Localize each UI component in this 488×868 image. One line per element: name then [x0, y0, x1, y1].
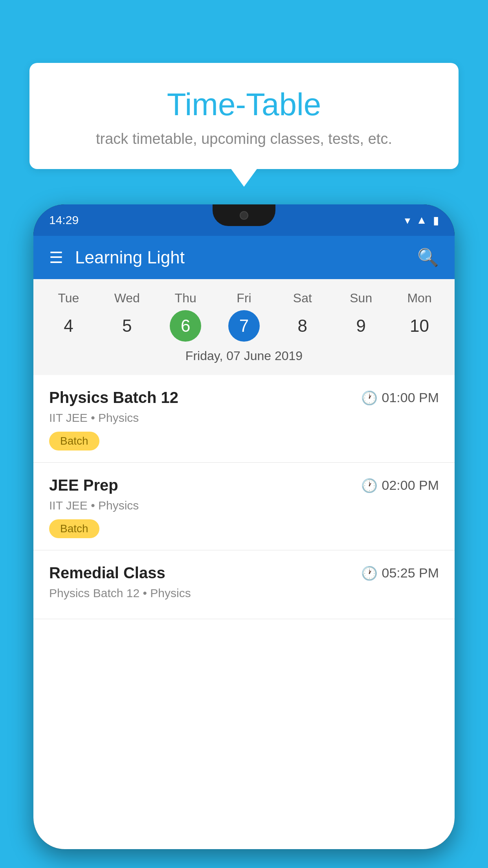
day-label: Sun — [350, 291, 372, 305]
batch-tag: Batch — [49, 519, 99, 538]
battery-icon: ▮ — [433, 214, 439, 227]
day-number[interactable]: 10 — [404, 310, 435, 342]
time-value: 05:25 PM — [382, 565, 439, 581]
schedule-item[interactable]: Physics Batch 12🕐01:00 PMIIT JEE • Physi… — [33, 375, 455, 463]
day-number[interactable]: 5 — [111, 310, 143, 342]
schedule-subtitle: Physics Batch 12 • Physics — [49, 587, 439, 600]
day-column[interactable]: Fri7 — [215, 291, 273, 342]
app-title: Learning Light — [75, 248, 185, 267]
time-value: 01:00 PM — [382, 390, 439, 405]
status-time: 14:29 — [49, 213, 79, 227]
day-column[interactable]: Tue4 — [39, 291, 98, 342]
camera — [240, 211, 248, 220]
day-number[interactable]: 6 — [170, 310, 201, 342]
day-number[interactable]: 7 — [228, 310, 260, 342]
status-icons: ▾ ▲ ▮ — [405, 214, 439, 227]
schedule-title: Physics Batch 12 — [49, 389, 178, 406]
day-number[interactable]: 9 — [345, 310, 377, 342]
day-number[interactable]: 4 — [53, 310, 84, 342]
schedule-time: 🕐02:00 PM — [361, 478, 439, 493]
phone-wrapper: 14:29 ▾ ▲ ▮ ☰ Learning Light 🔍 Tue4 — [33, 204, 455, 868]
schedule-item[interactable]: JEE Prep🕐02:00 PMIIT JEE • PhysicsBatch — [33, 463, 455, 550]
schedule-title: Remedial Class — [49, 564, 165, 582]
days-row: Tue4Wed5Thu6Fri7Sat8Sun9Mon10 — [33, 287, 455, 346]
schedule-subtitle: IIT JEE • Physics — [49, 499, 439, 512]
menu-icon[interactable]: ☰ — [49, 250, 63, 265]
clock-icon: 🕐 — [361, 390, 378, 406]
day-label: Mon — [407, 291, 431, 305]
batch-tag: Batch — [49, 432, 99, 451]
schedule-list: Physics Batch 12🕐01:00 PMIIT JEE • Physi… — [33, 375, 455, 619]
schedule-time: 🕐01:00 PM — [361, 390, 439, 406]
wifi-icon: ▾ — [405, 214, 410, 227]
phone-screen: ☰ Learning Light 🔍 Tue4Wed5Thu6Fri7Sat8S… — [33, 236, 455, 849]
notch — [213, 204, 275, 226]
speech-bubble-container: Time-Table track timetable, upcoming cla… — [29, 63, 459, 169]
app-bar-left: ☰ Learning Light — [49, 248, 185, 267]
speech-bubble: Time-Table track timetable, upcoming cla… — [29, 63, 459, 169]
bubble-subtitle: track timetable, upcoming classes, tests… — [49, 131, 439, 147]
calendar-strip: Tue4Wed5Thu6Fri7Sat8Sun9Mon10 Friday, 07… — [33, 279, 455, 375]
selected-date-label: Friday, 07 June 2019 — [33, 346, 455, 371]
day-column[interactable]: Sun9 — [332, 291, 390, 342]
day-number[interactable]: 8 — [287, 310, 318, 342]
schedule-item[interactable]: Remedial Class🕐05:25 PMPhysics Batch 12 … — [33, 550, 455, 619]
day-label: Fri — [237, 291, 251, 305]
clock-icon: 🕐 — [361, 565, 378, 581]
schedule-item-header: Physics Batch 12🕐01:00 PM — [49, 389, 439, 406]
schedule-time: 🕐05:25 PM — [361, 565, 439, 581]
day-column[interactable]: Sat8 — [273, 291, 332, 342]
schedule-item-header: Remedial Class🕐05:25 PM — [49, 564, 439, 582]
search-icon[interactable]: 🔍 — [417, 247, 439, 268]
signal-icon: ▲ — [416, 214, 427, 226]
clock-icon: 🕐 — [361, 478, 378, 493]
day-label: Tue — [58, 291, 79, 305]
phone-mockup: 14:29 ▾ ▲ ▮ ☰ Learning Light 🔍 Tue4 — [33, 204, 455, 849]
bubble-title: Time-Table — [49, 86, 439, 123]
schedule-item-header: JEE Prep🕐02:00 PM — [49, 476, 439, 494]
day-label: Thu — [175, 291, 196, 305]
day-label: Wed — [114, 291, 140, 305]
time-value: 02:00 PM — [382, 478, 439, 493]
schedule-subtitle: IIT JEE • Physics — [49, 411, 439, 425]
day-column[interactable]: Thu6 — [156, 291, 215, 342]
day-column[interactable]: Wed5 — [98, 291, 156, 342]
schedule-title: JEE Prep — [49, 476, 118, 494]
app-bar: ☰ Learning Light 🔍 — [33, 236, 455, 279]
status-bar: 14:29 ▾ ▲ ▮ — [33, 204, 455, 236]
day-column[interactable]: Mon10 — [390, 291, 449, 342]
day-label: Sat — [293, 291, 312, 305]
